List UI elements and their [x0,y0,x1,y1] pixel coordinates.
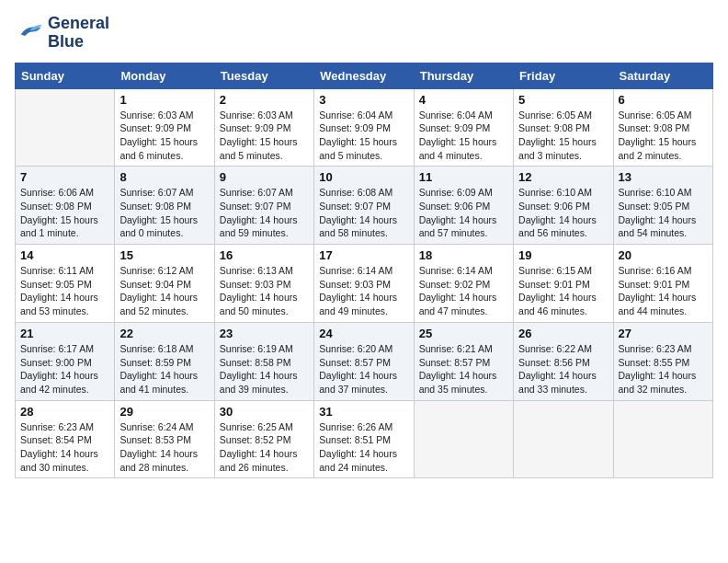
calendar-cell: 21Sunrise: 6:17 AMSunset: 9:00 PMDayligh… [16,322,115,400]
day-number: 17 [319,248,408,262]
calendar-cell: 10Sunrise: 6:08 AMSunset: 9:07 PMDayligh… [314,167,414,245]
calendar-cell: 13Sunrise: 6:10 AMSunset: 9:05 PMDayligh… [613,167,712,245]
calendar-cell: 8Sunrise: 6:07 AMSunset: 9:08 PMDaylight… [115,167,214,245]
calendar-week-row: 1Sunrise: 6:03 AMSunset: 9:09 PMDaylight… [16,88,713,167]
day-number: 25 [419,327,508,340]
calendar-cell: 26Sunrise: 6:22 AMSunset: 8:56 PMDayligh… [514,322,613,400]
day-detail: Sunrise: 6:12 AMSunset: 9:04 PMDaylight:… [119,264,209,318]
day-detail: Sunrise: 6:13 AMSunset: 9:03 PMDaylight:… [220,264,309,318]
calendar-week-row: 14Sunrise: 6:11 AMSunset: 9:05 PMDayligh… [16,245,713,323]
day-detail: Sunrise: 6:10 AMSunset: 9:06 PMDaylight:… [518,186,608,240]
day-detail: Sunrise: 6:16 AMSunset: 9:01 PMDaylight:… [619,264,708,318]
calendar-cell: 14Sunrise: 6:11 AMSunset: 9:05 PMDayligh… [16,245,115,323]
day-detail: Sunrise: 6:07 AMSunset: 9:08 PMDaylight:… [119,186,209,240]
calendar-cell: 23Sunrise: 6:19 AMSunset: 8:58 PMDayligh… [214,322,313,400]
logo-icon [15,20,44,46]
weekday-header: Sunday [16,63,115,88]
day-number: 30 [220,405,309,419]
calendar-cell [414,400,513,478]
calendar-cell: 25Sunrise: 6:21 AMSunset: 8:57 PMDayligh… [414,322,513,400]
day-number: 11 [419,170,508,184]
weekday-header: Wednesday [314,63,414,88]
day-number: 7 [20,170,109,184]
day-detail: Sunrise: 6:17 AMSunset: 9:00 PMDaylight:… [20,342,109,396]
calendar-header-row: SundayMondayTuesdayWednesdayThursdayFrid… [16,63,713,88]
day-detail: Sunrise: 6:06 AMSunset: 9:08 PMDaylight:… [20,186,109,240]
day-number: 5 [518,93,608,107]
page-header: General Blue [15,15,713,52]
day-number: 19 [518,248,608,262]
calendar-cell: 9Sunrise: 6:07 AMSunset: 9:07 PMDaylight… [214,167,313,245]
day-number: 12 [518,170,608,184]
day-detail: Sunrise: 6:07 AMSunset: 9:07 PMDaylight:… [220,186,309,240]
day-detail: Sunrise: 6:14 AMSunset: 9:03 PMDaylight:… [319,264,408,318]
calendar-cell [16,88,115,167]
calendar-cell: 19Sunrise: 6:15 AMSunset: 9:01 PMDayligh… [514,245,613,323]
day-detail: Sunrise: 6:19 AMSunset: 8:58 PMDaylight:… [220,342,309,396]
day-detail: Sunrise: 6:20 AMSunset: 8:57 PMDaylight:… [319,342,408,396]
day-number: 23 [220,327,309,340]
day-detail: Sunrise: 6:11 AMSunset: 9:05 PMDaylight:… [20,264,109,318]
day-number: 16 [220,248,309,262]
calendar-cell: 16Sunrise: 6:13 AMSunset: 9:03 PMDayligh… [214,245,313,323]
calendar-cell: 12Sunrise: 6:10 AMSunset: 9:06 PMDayligh… [514,167,613,245]
calendar-cell: 3Sunrise: 6:04 AMSunset: 9:09 PMDaylight… [314,88,414,167]
calendar-cell: 28Sunrise: 6:23 AMSunset: 8:54 PMDayligh… [16,400,115,478]
day-number: 22 [119,327,209,340]
day-detail: Sunrise: 6:03 AMSunset: 9:09 PMDaylight:… [220,109,309,163]
weekday-header: Tuesday [214,63,313,88]
calendar-cell: 1Sunrise: 6:03 AMSunset: 9:09 PMDaylight… [115,88,214,167]
day-number: 28 [20,405,109,419]
day-detail: Sunrise: 6:23 AMSunset: 8:54 PMDaylight:… [20,420,109,475]
logo-text: General Blue [48,15,109,52]
day-number: 31 [319,405,408,419]
day-detail: Sunrise: 6:23 AMSunset: 8:55 PMDaylight:… [619,342,708,396]
day-detail: Sunrise: 6:03 AMSunset: 9:09 PMDaylight:… [119,109,209,163]
day-number: 29 [119,405,209,419]
calendar-week-row: 28Sunrise: 6:23 AMSunset: 8:54 PMDayligh… [16,400,713,478]
calendar-cell: 2Sunrise: 6:03 AMSunset: 9:09 PMDaylight… [214,88,313,167]
day-number: 9 [220,170,309,184]
calendar-cell: 24Sunrise: 6:20 AMSunset: 8:57 PMDayligh… [314,322,414,400]
calendar-cell: 11Sunrise: 6:09 AMSunset: 9:06 PMDayligh… [414,167,513,245]
day-detail: Sunrise: 6:24 AMSunset: 8:53 PMDaylight:… [119,420,209,475]
calendar-cell: 17Sunrise: 6:14 AMSunset: 9:03 PMDayligh… [314,245,414,323]
calendar-cell [613,400,712,478]
day-number: 3 [319,93,408,107]
calendar-cell: 7Sunrise: 6:06 AMSunset: 9:08 PMDaylight… [16,167,115,245]
day-number: 26 [518,327,608,340]
calendar-cell: 29Sunrise: 6:24 AMSunset: 8:53 PMDayligh… [115,400,214,478]
day-detail: Sunrise: 6:10 AMSunset: 9:05 PMDaylight:… [619,186,708,240]
day-detail: Sunrise: 6:21 AMSunset: 8:57 PMDaylight:… [419,342,508,396]
day-number: 13 [619,170,708,184]
day-detail: Sunrise: 6:14 AMSunset: 9:02 PMDaylight:… [419,264,508,318]
calendar-week-row: 21Sunrise: 6:17 AMSunset: 9:00 PMDayligh… [16,322,713,400]
calendar-table: SundayMondayTuesdayWednesdayThursdayFrid… [15,63,713,479]
day-number: 18 [419,248,508,262]
day-number: 14 [20,248,109,262]
calendar-cell [514,400,613,478]
calendar-cell: 27Sunrise: 6:23 AMSunset: 8:55 PMDayligh… [613,322,712,400]
day-detail: Sunrise: 6:04 AMSunset: 9:09 PMDaylight:… [319,109,408,163]
weekday-header: Saturday [613,63,712,88]
day-detail: Sunrise: 6:18 AMSunset: 8:59 PMDaylight:… [119,342,209,396]
day-number: 8 [119,170,209,184]
day-detail: Sunrise: 6:05 AMSunset: 9:08 PMDaylight:… [518,109,608,163]
day-number: 27 [619,327,708,340]
calendar-cell: 6Sunrise: 6:05 AMSunset: 9:08 PMDaylight… [613,88,712,167]
day-detail: Sunrise: 6:08 AMSunset: 9:07 PMDaylight:… [319,186,408,240]
calendar-cell: 22Sunrise: 6:18 AMSunset: 8:59 PMDayligh… [115,322,214,400]
day-number: 4 [419,93,508,107]
day-detail: Sunrise: 6:05 AMSunset: 9:08 PMDaylight:… [619,109,708,163]
day-number: 10 [319,170,408,184]
day-number: 21 [20,327,109,340]
day-detail: Sunrise: 6:15 AMSunset: 9:01 PMDaylight:… [518,264,608,318]
logo: General Blue [15,15,109,52]
day-number: 6 [619,93,708,107]
day-number: 2 [220,93,309,107]
calendar-cell: 5Sunrise: 6:05 AMSunset: 9:08 PMDaylight… [514,88,613,167]
day-detail: Sunrise: 6:22 AMSunset: 8:56 PMDaylight:… [518,342,608,396]
day-number: 24 [319,327,408,340]
weekday-header: Friday [514,63,613,88]
day-number: 15 [119,248,209,262]
